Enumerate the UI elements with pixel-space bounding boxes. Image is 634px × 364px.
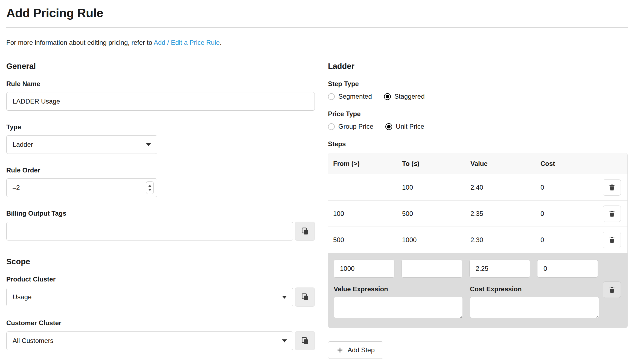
radio-label: Staggered xyxy=(394,93,425,100)
caret-down-icon xyxy=(282,296,287,299)
step-type-label: Step Type xyxy=(328,80,628,88)
value-expression-label: Value Expression xyxy=(334,285,463,293)
value-expression-textarea[interactable] xyxy=(334,297,463,318)
copy-icon xyxy=(301,293,309,301)
steps-table-header: From (>) To (≤) Value Cost xyxy=(328,153,627,174)
delete-step-button[interactable] xyxy=(603,179,621,196)
info-text: For more information about editing prici… xyxy=(6,39,628,46)
step-to: 100 xyxy=(397,184,466,191)
billing-output-tags-copy-button[interactable] xyxy=(295,222,315,241)
billing-output-tags-label: Billing Output Tags xyxy=(6,210,315,217)
step-value: 2.40 xyxy=(466,184,536,191)
add-step-label: Add Step xyxy=(348,346,375,354)
type-label: Type xyxy=(6,123,315,131)
delete-step-button[interactable] xyxy=(603,232,621,248)
price-type-label: Price Type xyxy=(328,110,628,118)
number-stepper-icon[interactable] xyxy=(146,181,154,194)
billing-output-tags-field: Billing Output Tags xyxy=(6,210,315,241)
step-row: 100 500 2.35 0 xyxy=(328,201,627,227)
general-scope-column: General Rule Name Type Ladder Rule Order xyxy=(6,62,315,364)
plus-icon xyxy=(336,347,344,354)
delete-step-button[interactable] xyxy=(603,206,621,222)
radio-checked-icon[interactable] xyxy=(384,93,391,100)
radio-unchecked-icon[interactable] xyxy=(328,123,335,130)
customer-cluster-label: Customer Cluster xyxy=(6,319,315,327)
rule-name-label: Rule Name xyxy=(6,80,315,88)
info-prefix: For more information about editing prici… xyxy=(6,39,154,46)
column-header-to: To (≤) xyxy=(397,160,466,168)
type-select[interactable]: Ladder xyxy=(6,135,157,154)
step-to: 500 xyxy=(397,210,466,218)
info-suffix: . xyxy=(220,39,222,46)
column-header-value: Value xyxy=(466,160,536,168)
edit-from-input[interactable] xyxy=(334,260,394,278)
step-cost: 0 xyxy=(536,210,593,218)
form-columns: General Rule Name Type Ladder Rule Order xyxy=(6,62,628,364)
trash-icon xyxy=(608,236,616,243)
step-from: 100 xyxy=(328,210,397,218)
step-from: 500 xyxy=(328,236,397,244)
step-edit-area: Value Expression Cost Expression xyxy=(328,253,627,328)
rule-order-field: Rule Order xyxy=(6,166,315,197)
step-type-option-staggered: Staggered xyxy=(384,93,425,100)
value-expression-block: Value Expression xyxy=(334,278,463,320)
column-header-from: From (>) xyxy=(328,160,397,168)
trash-icon xyxy=(608,184,616,191)
product-cluster-field: Product Cluster Usage xyxy=(6,275,315,307)
step-to: 1000 xyxy=(397,236,466,244)
billing-output-tags-input[interactable] xyxy=(6,222,293,240)
trash-icon xyxy=(608,286,616,293)
cost-expression-label: Cost Expression xyxy=(470,285,599,293)
radio-label: Group Price xyxy=(338,123,373,130)
expression-row: Value Expression Cost Expression xyxy=(334,278,622,320)
customer-cluster-copy-button[interactable] xyxy=(295,331,315,350)
step-edit-inputs xyxy=(334,260,622,278)
step-row: 500 1000 2.30 0 xyxy=(328,227,627,253)
price-rule-doc-link[interactable]: Add / Edit a Price Rule xyxy=(154,39,220,46)
add-step-button[interactable]: Add Step xyxy=(328,341,383,359)
add-pricing-rule-page: Add Pricing Rule For more information ab… xyxy=(0,0,634,364)
edit-to-input[interactable] xyxy=(402,260,462,278)
title-divider xyxy=(6,27,628,28)
steps-label: Steps xyxy=(328,140,628,148)
step-type-option-segmented: Segmented xyxy=(328,93,372,100)
step-type-radio-group: Segmented Staggered xyxy=(328,93,628,100)
radio-unchecked-icon[interactable] xyxy=(328,93,335,100)
delete-editing-step-button[interactable] xyxy=(603,281,621,298)
product-cluster-value: Usage xyxy=(13,293,31,301)
type-field: Type Ladder xyxy=(6,123,315,154)
step-cost: 0 xyxy=(536,184,593,191)
ladder-heading: Ladder xyxy=(328,62,628,71)
step-cost: 0 xyxy=(536,236,593,244)
cost-expression-block: Cost Expression xyxy=(470,278,599,320)
valid-from-field: Valid From xyxy=(6,363,157,364)
price-type-option-unit-price: Unit Price xyxy=(385,123,424,130)
radio-checked-icon[interactable] xyxy=(385,123,392,130)
product-cluster-copy-button[interactable] xyxy=(295,287,315,307)
valid-from-label: Valid From xyxy=(6,363,157,364)
edit-cost-input[interactable] xyxy=(537,260,598,278)
valid-range-row: Valid From Valid To xyxy=(6,363,315,364)
radio-label: Segmented xyxy=(338,93,372,100)
trash-icon xyxy=(608,210,616,217)
copy-icon xyxy=(301,336,309,345)
customer-cluster-field: Customer Cluster All Customers xyxy=(6,319,315,350)
steps-table: From (>) To (≤) Value Cost 100 2.40 0 xyxy=(328,153,628,328)
product-cluster-select[interactable]: Usage xyxy=(6,288,293,306)
customer-cluster-value: All Customers xyxy=(13,337,53,345)
customer-cluster-select[interactable]: All Customers xyxy=(6,331,293,350)
rule-order-label: Rule Order xyxy=(6,166,315,174)
price-type-radio-group: Group Price Unit Price xyxy=(328,123,628,130)
price-type-option-group-price: Group Price xyxy=(328,123,373,130)
rule-order-input[interactable] xyxy=(6,178,157,197)
radio-label: Unit Price xyxy=(396,123,424,130)
scope-heading: Scope xyxy=(6,257,315,266)
rule-name-input[interactable] xyxy=(6,92,315,111)
general-heading: General xyxy=(6,62,315,71)
edit-value-input[interactable] xyxy=(469,260,530,278)
stepper-up-icon xyxy=(148,185,152,187)
cost-expression-textarea[interactable] xyxy=(470,297,599,318)
caret-down-icon xyxy=(146,143,151,146)
rule-name-field: Rule Name xyxy=(6,80,315,111)
step-value: 2.30 xyxy=(466,236,536,244)
